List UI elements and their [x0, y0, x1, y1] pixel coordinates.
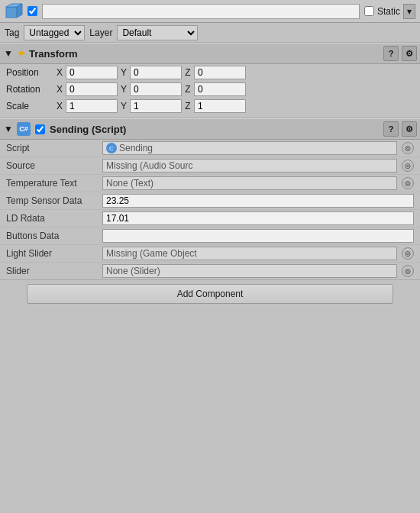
tag-label: Tag	[5, 27, 19, 38]
sending-help-button[interactable]: ?	[383, 121, 399, 137]
transform-icon: ✦	[17, 47, 26, 60]
script-circle-button[interactable]: ◎	[402, 142, 414, 154]
static-label: Static	[377, 6, 400, 17]
transform-section: ▼ ✦ Transform ? ⚙ Position X Y Z Rotatio…	[0, 43, 420, 118]
object-active-checkbox[interactable]	[27, 6, 37, 16]
temp-sensor-label: Temp Sensor Data	[6, 195, 98, 206]
script-field-label: Script	[6, 143, 98, 153]
rotation-x-label: X	[55, 84, 64, 95]
rotation-y-input[interactable]	[130, 82, 182, 96]
temp-sensor-row: Temp Sensor Data	[0, 192, 420, 210]
source-field-label: Source	[6, 160, 98, 171]
scale-row: Scale X Y Z	[0, 98, 420, 115]
ld-rdata-label: LD Rdata	[6, 213, 98, 224]
position-row: Position X Y Z	[0, 64, 420, 81]
source-circle-button[interactable]: ◎	[402, 160, 414, 172]
add-component-bar: Add Component	[0, 280, 420, 308]
transform-header: ▼ ✦ Transform ? ⚙	[0, 43, 420, 64]
scale-axis-group: X Y Z	[55, 99, 414, 113]
rotation-z-label: Z	[183, 84, 192, 95]
transform-help-button[interactable]: ?	[383, 46, 399, 61]
layer-select[interactable]: Default TransparentFX UI	[117, 25, 198, 40]
slider-label: Slider	[6, 266, 98, 276]
position-y-label: Y	[119, 67, 128, 78]
rotation-x-input[interactable]	[66, 82, 118, 96]
script-field-value: C Sending	[102, 141, 397, 155]
sending-script-header: ▼ C# Sending (Script) ? ⚙	[0, 118, 420, 140]
rotation-y-label: Y	[119, 84, 128, 95]
add-component-label: Add Component	[177, 289, 244, 299]
chevron-down-icon: ▾	[407, 6, 412, 17]
object-name-input[interactable]: init	[42, 4, 360, 19]
scale-z-label: Z	[183, 101, 192, 111]
slider-row: Slider None (Slider) ◎	[0, 263, 420, 279]
rotation-row: Rotation X Y Z	[0, 81, 420, 98]
position-x-input[interactable]	[66, 66, 118, 79]
light-slider-circle-button[interactable]: ◎	[402, 247, 414, 260]
transform-toggle[interactable]: ▼	[3, 48, 14, 59]
transform-title: Transform	[29, 48, 380, 60]
static-area: Static ▾	[364, 4, 415, 19]
position-y-input[interactable]	[130, 66, 182, 79]
temp-sensor-input[interactable]	[102, 194, 414, 208]
position-axis-group: X Y Z	[55, 66, 414, 79]
position-z-label: Z	[183, 67, 192, 78]
ld-rdata-row: LD Rdata	[0, 210, 420, 227]
csharp-icon: C#	[17, 122, 31, 136]
position-label: Position	[6, 67, 52, 78]
name-checkbox-wrapper	[27, 6, 37, 16]
add-component-button[interactable]: Add Component	[27, 284, 393, 304]
source-row: Source Missing (Audio Sourc ◎	[0, 157, 420, 175]
light-slider-label: Light Slider	[6, 248, 98, 259]
temp-text-value: None (Text)	[102, 176, 397, 190]
scale-y-input[interactable]	[130, 99, 182, 113]
rotation-axis-group: X Y Z	[55, 82, 414, 96]
sending-active-checkbox[interactable]	[35, 124, 45, 134]
tag-layer-bar: Tag Untagged Respawn Finish Layer Defaul…	[0, 23, 420, 43]
svg-rect-0	[6, 7, 17, 18]
layer-label: Layer	[89, 27, 112, 38]
script-row: Script C Sending ◎	[0, 140, 420, 157]
temp-text-row: Temperature Text None (Text) ◎	[0, 175, 420, 192]
light-slider-row: Light Slider Missing (Game Object ◎	[0, 245, 420, 263]
position-z-input[interactable]	[194, 66, 246, 79]
sending-title: Sending (Script)	[50, 124, 380, 135]
static-checkbox[interactable]	[364, 6, 374, 16]
scale-label: Scale	[6, 101, 52, 111]
buttons-data-input[interactable]	[102, 229, 414, 243]
light-slider-value: Missing (Game Object	[102, 247, 397, 260]
transform-gear-button[interactable]: ⚙	[402, 46, 417, 61]
rotation-z-input[interactable]	[194, 82, 246, 96]
temp-text-label: Temperature Text	[6, 178, 98, 189]
scale-z-input[interactable]	[194, 99, 246, 113]
sending-script-section: ▼ C# Sending (Script) ? ⚙ Script C Sendi…	[0, 118, 420, 280]
tag-select[interactable]: Untagged Respawn Finish	[24, 25, 85, 40]
temp-text-circle-button[interactable]: ◎	[402, 177, 414, 189]
top-bar: init Static ▾	[0, 0, 420, 23]
position-x-label: X	[55, 67, 64, 78]
sending-toggle[interactable]: ▼	[3, 124, 14, 134]
sending-small-icon: C	[106, 143, 117, 153]
static-dropdown[interactable]: ▾	[403, 4, 415, 19]
scale-x-input[interactable]	[66, 99, 118, 113]
scale-y-label: Y	[119, 101, 128, 111]
buttons-data-label: Buttons Data	[6, 231, 98, 241]
slider-value: None (Slider)	[102, 264, 397, 278]
ld-rdata-input[interactable]	[102, 211, 414, 225]
cube-icon	[5, 2, 23, 21]
buttons-data-row: Buttons Data	[0, 227, 420, 245]
slider-circle-button[interactable]: ◎	[402, 265, 414, 277]
source-field-value: Missing (Audio Sourc	[102, 159, 397, 173]
rotation-label: Rotation	[6, 84, 52, 95]
sending-gear-button[interactable]: ⚙	[402, 121, 417, 137]
scale-x-label: X	[55, 101, 64, 111]
